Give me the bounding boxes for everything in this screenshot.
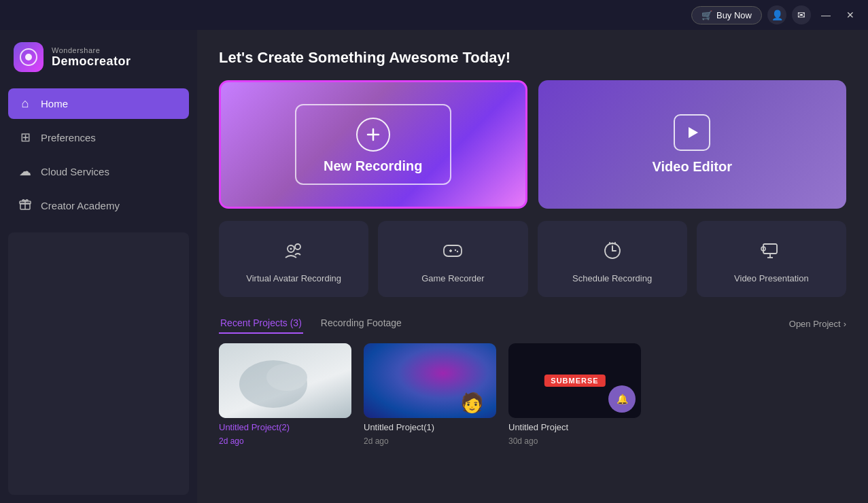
preferences-label: Preferences — [41, 132, 96, 143]
logo-area: Wondershare Democreator — [0, 30, 197, 88]
cart-icon: 🛒 — [701, 10, 712, 20]
project-thumb-1: 🧑 — [364, 343, 496, 418]
academy-icon — [18, 198, 33, 213]
open-project-link[interactable]: Open Project › — [789, 319, 846, 329]
cloud-services-label: Cloud Services — [41, 166, 109, 177]
project-date-2: 2d ago — [219, 436, 351, 446]
video-presentation-card[interactable]: Video Presentation — [697, 221, 846, 297]
logo-top-text: Wondershare — [52, 46, 131, 54]
svg-rect-11 — [444, 245, 462, 256]
new-recording-plus-icon — [356, 118, 390, 152]
new-recording-inner: New Recording — [295, 104, 451, 185]
virtual-avatar-icon — [283, 240, 305, 266]
svg-point-24 — [763, 248, 764, 249]
sidebar: Wondershare Democreator ⌂ Home ⊞ Prefere… — [0, 30, 197, 503]
tool-cards: Virtual Avatar Recording Game Recorder — [219, 221, 846, 297]
buy-now-button[interactable]: 🛒 Buy Now — [691, 6, 762, 24]
sidebar-bottom-area — [8, 232, 189, 495]
tab-recent-projects[interactable]: Recent Projects (3) — [219, 313, 303, 334]
minimize-button[interactable]: — — [816, 5, 835, 24]
projects-grid: Untitled Project(2) 2d ago 🧑 Untitled Pr… — [219, 343, 846, 446]
close-button[interactable]: ✕ — [841, 5, 860, 24]
avatar-character-icon: 🧑 — [460, 392, 484, 414]
new-recording-card[interactable]: New Recording — [219, 80, 527, 209]
video-editor-play-icon — [674, 114, 710, 151]
thumb-notification-icon: 🔔 — [608, 385, 636, 413]
mail-button[interactable]: ✉ — [792, 5, 811, 24]
main-content: Let's Create Something Awesome Today! Ne… — [197, 30, 868, 503]
home-icon: ⌂ — [18, 97, 33, 111]
tab-recording-footage[interactable]: Recording Footage — [319, 313, 403, 334]
svg-point-28 — [266, 364, 307, 391]
project-date-0: 30d ago — [508, 436, 641, 446]
schedule-icon — [602, 240, 623, 266]
project-name-2: Untitled Project(2) — [219, 422, 351, 432]
thumb-galaxy-bg: 🧑 — [364, 343, 496, 418]
project-date-1: 2d ago — [364, 436, 496, 446]
home-label: Home — [41, 98, 68, 109]
video-editor-card[interactable]: Video Editor — [538, 80, 847, 209]
svg-point-19 — [611, 243, 613, 245]
open-project-label: Open Project — [789, 319, 841, 329]
buy-now-label: Buy Now — [716, 10, 752, 20]
svg-point-9 — [290, 248, 292, 250]
game-recorder-card[interactable]: Game Recorder — [378, 221, 527, 297]
game-recorder-icon — [442, 240, 464, 266]
tabs: Recent Projects (3) Recording Footage — [219, 313, 419, 334]
schedule-recording-label: Schedule Recording — [572, 273, 652, 283]
svg-point-10 — [295, 244, 300, 249]
democreator-logo-svg — [19, 48, 38, 67]
project-item-1[interactable]: 🧑 Untitled Project(1) 2d ago — [364, 343, 496, 446]
preferences-icon: ⊞ — [18, 130, 33, 145]
logo-bottom-text: Democreator — [52, 54, 131, 69]
logo-icon — [14, 42, 44, 72]
svg-point-1 — [25, 54, 32, 60]
project-name-0: Untitled Project — [508, 422, 641, 432]
sidebar-item-creator-academy[interactable]: Creator Academy — [8, 190, 189, 222]
logo-text: Wondershare Democreator — [52, 46, 131, 69]
top-cards: New Recording Video Editor — [219, 80, 846, 209]
thumb-dark-bg: 🔔 SUBMERSE — [508, 343, 641, 418]
recent-header: Recent Projects (3) Recording Footage Op… — [219, 313, 846, 334]
video-editor-label: Video Editor — [653, 159, 732, 175]
page-title: Let's Create Something Awesome Today! — [219, 49, 846, 67]
thumb-hand-bg — [219, 343, 351, 418]
project-item-0[interactable]: 🔔 SUBMERSE Untitled Project 30d ago — [508, 343, 641, 446]
gift-icon-svg — [19, 198, 31, 210]
creator-academy-label: Creator Academy — [41, 200, 120, 211]
schedule-recording-card[interactable]: Schedule Recording — [538, 221, 687, 297]
project-item-2[interactable]: Untitled Project(2) 2d ago — [219, 343, 351, 446]
project-name-1: Untitled Project(1) — [364, 422, 496, 432]
chevron-right-icon: › — [844, 319, 846, 329]
app-body: Wondershare Democreator ⌂ Home ⊞ Prefere… — [0, 30, 868, 503]
nav-items: ⌂ Home ⊞ Preferences ☁ Cloud Services — [0, 88, 197, 222]
video-presentation-label: Video Presentation — [734, 273, 809, 283]
project-thumb-2 — [219, 343, 351, 418]
sidebar-item-home[interactable]: ⌂ Home — [8, 88, 189, 119]
sidebar-item-cloud-services[interactable]: ☁ Cloud Services — [8, 156, 189, 187]
cloud-icon: ☁ — [18, 164, 33, 179]
svg-point-15 — [457, 251, 458, 252]
titlebar: 🛒 Buy Now 👤 ✉ — ✕ — [0, 0, 868, 30]
thumb-badge-text: SUBMERSE — [544, 375, 605, 387]
virtual-avatar-card[interactable]: Virtual Avatar Recording — [219, 221, 368, 297]
video-presentation-icon — [761, 240, 782, 266]
game-recorder-label: Game Recorder — [421, 273, 484, 283]
new-recording-label: New Recording — [324, 158, 423, 174]
sidebar-item-preferences[interactable]: ⊞ Preferences — [8, 122, 189, 153]
svg-marker-7 — [689, 127, 698, 138]
svg-point-14 — [455, 249, 456, 251]
user-account-button[interactable]: 👤 — [767, 5, 786, 24]
project-thumb-0: 🔔 SUBMERSE — [508, 343, 641, 418]
virtual-avatar-label: Virtual Avatar Recording — [246, 273, 341, 283]
